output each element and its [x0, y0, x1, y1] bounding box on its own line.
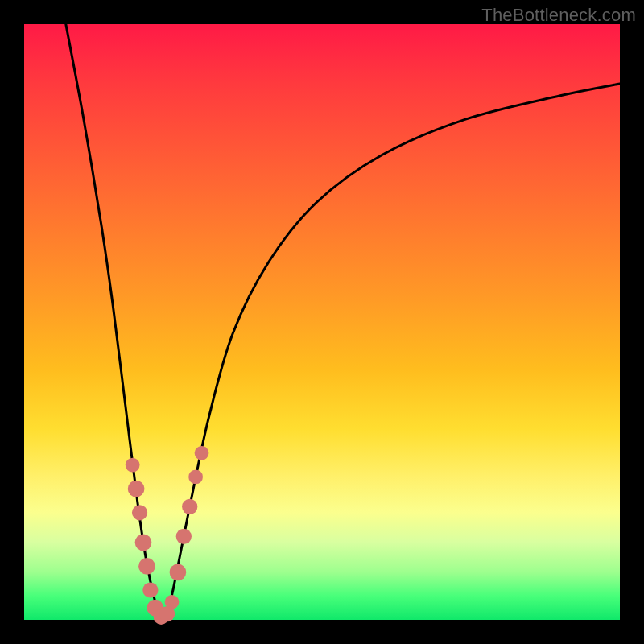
data-marker: [195, 446, 209, 460]
chart-stage: TheBottleneck.com: [0, 0, 644, 644]
chart-svg: [24, 24, 620, 620]
marker-group: [126, 446, 209, 625]
data-marker: [132, 505, 147, 520]
data-marker: [138, 558, 155, 575]
data-marker: [126, 458, 140, 473]
curve-right: [161, 84, 620, 620]
data-marker: [165, 595, 180, 609]
data-marker: [188, 470, 203, 485]
data-marker: [128, 481, 145, 497]
plot-area: [24, 24, 620, 620]
data-marker: [142, 582, 158, 597]
data-marker: [170, 564, 187, 580]
curve-left: [66, 24, 161, 620]
watermark-text: TheBottleneck.com: [481, 5, 636, 26]
data-marker: [176, 529, 192, 544]
data-marker: [135, 534, 152, 551]
data-marker: [182, 499, 197, 514]
